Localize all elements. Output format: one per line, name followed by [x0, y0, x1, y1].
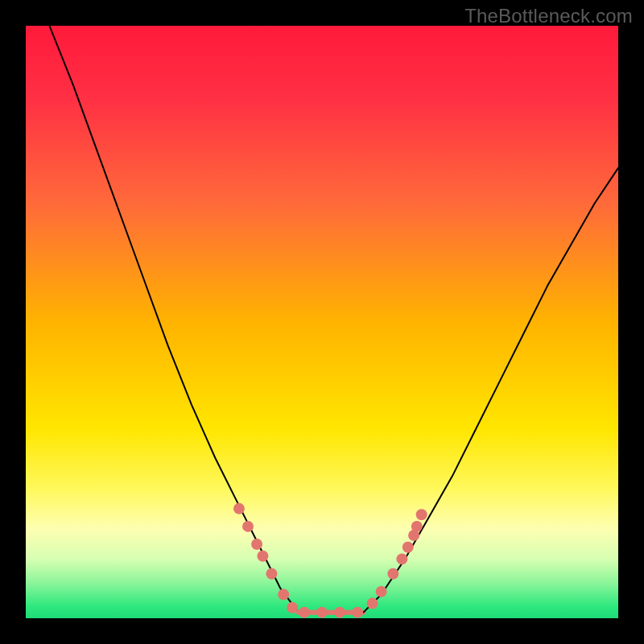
svg-point-8 — [316, 607, 328, 618]
svg-point-2 — [251, 539, 262, 550]
svg-point-10 — [352, 607, 363, 618]
plot-area — [26, 26, 618, 618]
svg-point-13 — [387, 568, 398, 580]
svg-point-17 — [411, 521, 423, 532]
watermark-label: TheBottleneck.com — [464, 5, 633, 27]
svg-point-7 — [299, 607, 310, 618]
svg-point-1 — [242, 521, 254, 532]
svg-point-0 — [233, 503, 245, 514]
svg-point-12 — [376, 586, 387, 597]
svg-point-3 — [257, 551, 268, 562]
svg-point-15 — [402, 542, 414, 553]
svg-point-11 — [367, 598, 378, 609]
svg-point-4 — [266, 568, 277, 580]
svg-point-6 — [287, 602, 298, 613]
svg-point-14 — [396, 553, 407, 564]
chart-svg — [26, 26, 618, 618]
chart-frame: TheBottleneck.com — [0, 0, 644, 644]
svg-point-5 — [278, 589, 289, 601]
svg-point-9 — [334, 607, 345, 618]
svg-point-18 — [416, 509, 427, 520]
